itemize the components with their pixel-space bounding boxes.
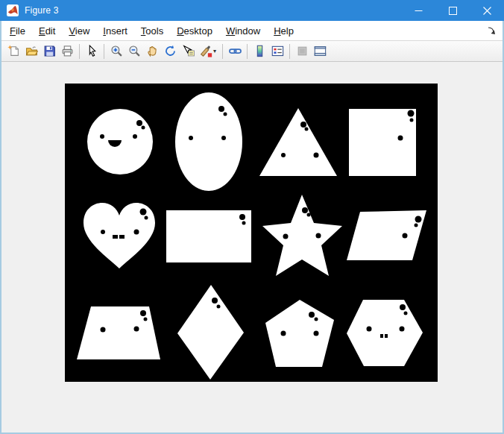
shape-trapezoid: [77, 306, 160, 359]
edit-plot-button[interactable]: [83, 43, 101, 60]
zoom-out-icon: [128, 45, 141, 57]
window-title: Figure 3: [25, 5, 59, 16]
shape-ellipse: [175, 92, 242, 191]
new-figure-icon: [7, 45, 20, 57]
menu-view[interactable]: View: [62, 22, 96, 40]
save-figure-icon: [43, 45, 56, 57]
toolbar-separator: [247, 44, 248, 59]
shape-square: [349, 109, 416, 176]
zoom-out-button[interactable]: [125, 43, 143, 60]
link-plot-button[interactable]: [226, 43, 244, 60]
pan-icon: [146, 45, 159, 57]
open-file-button[interactable]: [22, 43, 40, 60]
link-plot-icon: [229, 45, 242, 57]
menu-file[interactable]: File: [3, 22, 32, 40]
toolbar: ▾: [1, 41, 503, 62]
hide-plot-tools-button[interactable]: [293, 43, 311, 60]
menu-tools[interactable]: Tools: [134, 22, 170, 40]
data-cursor-icon: [182, 45, 195, 57]
menu-help[interactable]: Help: [267, 22, 300, 40]
insert-legend-button[interactable]: [268, 43, 286, 60]
new-figure-button[interactable]: [4, 43, 22, 60]
window-controls: [401, 0, 504, 21]
insert-colorbar-button[interactable]: [251, 43, 268, 60]
pan-button[interactable]: [143, 43, 161, 60]
image-canvas: [65, 84, 438, 382]
zoom-in-button[interactable]: [107, 43, 125, 60]
close-button[interactable]: [470, 0, 504, 21]
window-frame: FileEditViewInsertToolsDesktopWindowHelp…: [0, 21, 504, 434]
shape-rectangle: [166, 210, 251, 262]
menu-desktop[interactable]: Desktop: [170, 22, 219, 40]
minimize-button[interactable]: [401, 0, 435, 21]
shape-circle: [87, 109, 153, 174]
show-plot-tools-icon: [314, 45, 327, 57]
edit-plot-icon: [86, 45, 98, 57]
save-figure-button[interactable]: [40, 43, 58, 60]
brush-data-button[interactable]: [197, 43, 215, 60]
insert-colorbar-icon: [253, 45, 266, 57]
hide-plot-tools-icon: [296, 45, 309, 57]
dock-arrow-icon[interactable]: [487, 26, 496, 35]
menu-insert[interactable]: Insert: [96, 22, 134, 40]
brush-data-dropdown-caret[interactable]: ▾: [213, 48, 219, 54]
maximize-button[interactable]: [435, 0, 470, 21]
title-bar: Figure 3: [0, 0, 504, 21]
open-file-icon: [25, 45, 38, 57]
insert-legend-icon: [271, 45, 284, 57]
figure-window: Figure 3 FileEditViewInsertToolsDesktopW…: [0, 0, 504, 434]
menu-bar: FileEditViewInsertToolsDesktopWindowHelp: [1, 21, 503, 41]
data-cursor-button[interactable]: [179, 43, 197, 60]
toolbar-separator: [289, 44, 290, 59]
matlab-logo-icon: [7, 4, 19, 16]
rotate-3d-button[interactable]: [161, 43, 179, 60]
brush-data-icon: [200, 45, 212, 57]
print-figure-icon: [61, 45, 74, 57]
toolbar-separator: [79, 44, 80, 59]
print-figure-button[interactable]: [58, 43, 76, 60]
menu-window[interactable]: Window: [219, 22, 267, 40]
show-plot-tools-button[interactable]: [311, 43, 329, 60]
rotate-3d-icon: [164, 45, 177, 57]
toolbar-separator: [104, 44, 104, 59]
toolbar-separator: [222, 44, 223, 59]
menu-edit[interactable]: Edit: [32, 22, 62, 40]
zoom-in-icon: [110, 45, 123, 57]
shapes-image: [65, 84, 438, 382]
figure-area: [1, 62, 503, 433]
